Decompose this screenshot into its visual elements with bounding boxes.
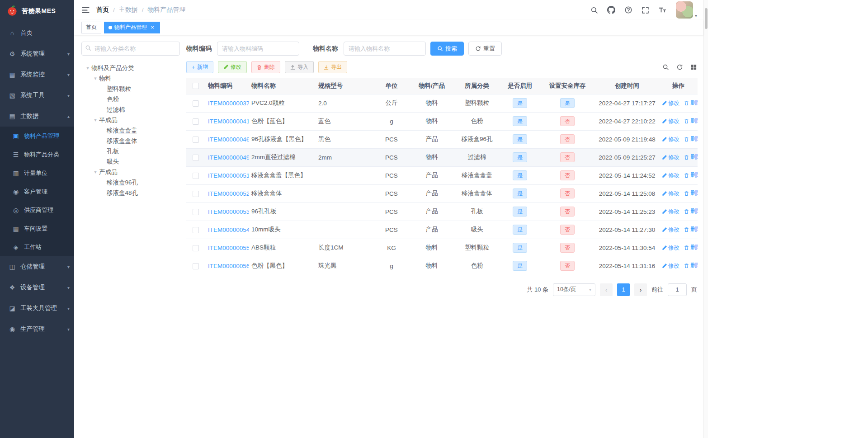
- material-code-link[interactable]: ITEM00000051: [208, 172, 249, 179]
- row-delete-button[interactable]: 删除: [684, 135, 698, 143]
- row-edit-button[interactable]: 修改: [662, 136, 679, 143]
- github-icon[interactable]: [607, 6, 615, 14]
- sidebar-item-workshop-setting[interactable]: ▦车间设置: [0, 219, 74, 238]
- row-delete-button[interactable]: 删除: [684, 117, 698, 125]
- tree-node[interactable]: 过滤棉: [81, 104, 180, 115]
- material-code-link[interactable]: ITEM00000055: [208, 245, 249, 251]
- sidebar-item-system-tools[interactable]: ▧系统工具▾: [0, 85, 74, 106]
- row-delete-button[interactable]: 删除: [684, 244, 698, 251]
- tree-node[interactable]: 移液盒96孔: [81, 177, 180, 188]
- tree-node[interactable]: 塑料颗粒: [81, 84, 180, 94]
- sidebar-item-system-manage[interactable]: ⚙系统管理▾: [0, 43, 74, 64]
- row-checkbox[interactable]: [193, 155, 199, 161]
- tree-node[interactable]: 吸头: [81, 156, 180, 167]
- row-checkbox[interactable]: [193, 263, 199, 269]
- sidebar-item-home[interactable]: ⌂首页: [0, 23, 74, 43]
- row-delete-button[interactable]: 删除: [684, 207, 698, 215]
- sidebar-item-equipment-manage[interactable]: ❖设备管理▾: [0, 277, 74, 298]
- tree-node[interactable]: 移液盒48孔: [81, 188, 180, 198]
- row-delete-button[interactable]: 删除: [684, 189, 698, 197]
- material-code-input[interactable]: [217, 42, 299, 56]
- row-delete-button[interactable]: 删除: [684, 99, 698, 107]
- tree-node[interactable]: 孔板: [81, 146, 180, 156]
- category-search-input[interactable]: [81, 42, 180, 56]
- toggle-search-icon[interactable]: [662, 64, 669, 71]
- row-checkbox[interactable]: [193, 227, 199, 233]
- scrollbar-thumb[interactable]: [705, 8, 708, 29]
- columns-grid-icon[interactable]: [690, 64, 697, 71]
- row-delete-button[interactable]: 删除: [684, 262, 698, 269]
- tree-node[interactable]: 移液盒盒体: [81, 136, 180, 146]
- page-number-button[interactable]: 1: [617, 283, 630, 296]
- breadcrumb-item-1[interactable]: 主数据: [119, 6, 138, 14]
- row-checkbox[interactable]: [193, 173, 199, 179]
- sidebar-item-production-manage[interactable]: ◉生产管理▾: [0, 319, 74, 339]
- search-icon[interactable]: [590, 6, 598, 14]
- material-code-link[interactable]: ITEM00000054: [208, 226, 249, 233]
- sidebar-item-master-data[interactable]: ▤主数据▴: [0, 106, 74, 127]
- row-edit-button[interactable]: 修改: [662, 154, 679, 161]
- tree-node[interactable]: ▾产成品: [81, 167, 180, 177]
- row-edit-button[interactable]: 修改: [662, 172, 679, 179]
- material-code-link[interactable]: ITEM00000037: [208, 100, 249, 107]
- prev-page-button[interactable]: ‹: [600, 283, 613, 296]
- fullscreen-icon[interactable]: [642, 6, 649, 14]
- row-edit-button[interactable]: 修改: [662, 262, 679, 270]
- vertical-scrollbar[interactable]: [703, 0, 708, 438]
- next-page-button[interactable]: ›: [634, 283, 647, 296]
- sidebar-item-system-monitor[interactable]: ▦系统监控▾: [0, 64, 74, 85]
- search-button[interactable]: 搜索: [430, 42, 464, 56]
- material-code-link[interactable]: ITEM00000046: [208, 136, 249, 143]
- row-edit-button[interactable]: 修改: [662, 208, 679, 216]
- import-button[interactable]: 导入: [285, 61, 314, 73]
- row-checkbox[interactable]: [193, 191, 199, 197]
- row-edit-button[interactable]: 修改: [662, 226, 679, 234]
- tab-1[interactable]: 物料产品管理×: [104, 22, 160, 33]
- row-delete-button[interactable]: 删除: [684, 171, 698, 179]
- sidebar-item-material-product-category[interactable]: ☰物料产品分类: [0, 145, 74, 164]
- add-button[interactable]: + 新增: [186, 61, 213, 73]
- edit-button[interactable]: 修改: [218, 61, 247, 73]
- material-code-link[interactable]: ITEM00000049: [208, 154, 249, 161]
- goto-page-input[interactable]: [668, 283, 687, 296]
- sidebar-item-workstation[interactable]: ◈工作站: [0, 238, 74, 256]
- row-checkbox[interactable]: [193, 209, 199, 215]
- material-code-link[interactable]: ITEM00000041: [208, 118, 249, 125]
- row-checkbox[interactable]: [193, 137, 199, 143]
- tab-0[interactable]: 首页: [81, 22, 101, 33]
- refresh-icon[interactable]: [676, 64, 683, 71]
- sidebar-item-fixture-manage[interactable]: ◪工装夹具管理▾: [0, 298, 74, 319]
- material-code-link[interactable]: ITEM00000052: [208, 190, 249, 197]
- material-name-input[interactable]: [344, 42, 426, 56]
- app-logo[interactable]: 苦糖果MES: [0, 0, 74, 23]
- material-code-link[interactable]: ITEM00000053: [208, 208, 249, 215]
- tree-node[interactable]: ▾半成品: [81, 115, 180, 125]
- tree-node[interactable]: 色粉: [81, 94, 180, 104]
- reset-button[interactable]: 重置: [468, 42, 502, 56]
- sidebar-item-measure-unit[interactable]: ▥计量单位: [0, 164, 74, 182]
- tree-node[interactable]: ▾物料及产品分类: [81, 63, 180, 73]
- row-edit-button[interactable]: 修改: [662, 244, 679, 252]
- row-delete-button[interactable]: 删除: [684, 226, 698, 233]
- row-checkbox[interactable]: [193, 245, 199, 251]
- row-checkbox[interactable]: [193, 100, 199, 107]
- sidebar-item-warehouse-manage[interactable]: ◫仓储管理▾: [0, 256, 74, 277]
- select-all-checkbox[interactable]: [193, 83, 199, 89]
- material-code-link[interactable]: ITEM00000056: [208, 263, 249, 269]
- row-checkbox[interactable]: [193, 118, 199, 125]
- row-edit-button[interactable]: 修改: [662, 118, 679, 125]
- hamburger-icon[interactable]: [81, 6, 90, 14]
- tree-node[interactable]: ▾物料: [81, 73, 180, 84]
- sidebar-item-material-product-manage[interactable]: ▣物料产品管理: [0, 127, 74, 145]
- tree-node[interactable]: 移液盒盒盖: [81, 125, 180, 136]
- font-size-icon[interactable]: [658, 6, 667, 14]
- row-edit-button[interactable]: 修改: [662, 190, 679, 198]
- help-icon[interactable]: [624, 6, 632, 14]
- breadcrumb-item-0[interactable]: 首页: [96, 6, 109, 14]
- export-button[interactable]: 导出: [318, 61, 347, 73]
- user-menu[interactable]: ▾: [676, 1, 697, 19]
- sidebar-item-customer-manage[interactable]: ◉客户管理: [0, 182, 74, 201]
- page-size-select[interactable]: 10条/页 ▾: [553, 283, 595, 296]
- sidebar-item-supplier-manage[interactable]: ◎供应商管理: [0, 201, 74, 219]
- close-icon[interactable]: ×: [149, 24, 156, 31]
